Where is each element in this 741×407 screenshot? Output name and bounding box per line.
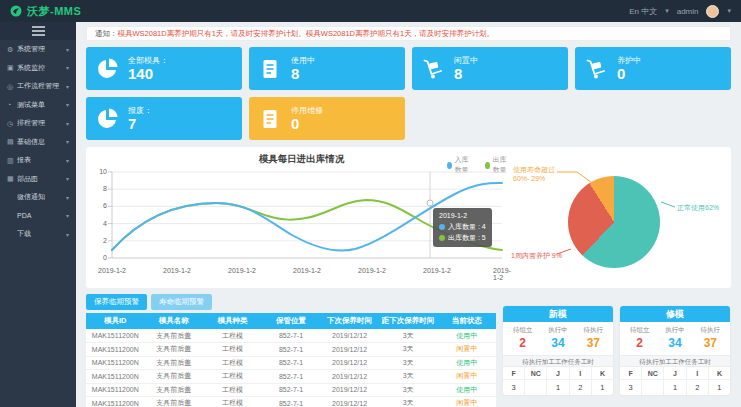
- table-cell: MAK1511200N: [86, 370, 145, 384]
- sidebar-item-label: 测试菜单: [17, 100, 66, 110]
- stat-card-title: 全部模具：: [128, 55, 168, 66]
- x-axis-tick: 2019-1-2: [423, 267, 451, 274]
- table-cell: 2019/12/12: [320, 370, 379, 384]
- panel-stat: 待执行37: [576, 326, 611, 350]
- work-hours-column: F3: [503, 367, 525, 395]
- work-hours-column: NC: [642, 367, 664, 395]
- line-plot[interactable]: 0246810 2019-1-2 入库数量 : 4出库数量 : 5: [92, 166, 511, 267]
- tab-maintenance-warning[interactable]: 保养临期预警: [86, 294, 147, 310]
- mold-panel-修模: 修模待组立2执行中34待执行37待执行加工工作任务工时F3NCJ1I2K1: [620, 306, 730, 395]
- sidebar-item-wechat-notify[interactable]: 微信通知▾: [0, 188, 76, 207]
- table-header-cell: 保管位置: [262, 313, 321, 329]
- table-header-cell: 模具种类: [203, 313, 262, 329]
- panel-stat: 待组立2: [505, 326, 540, 350]
- chevron-down-icon: ▾: [66, 231, 69, 238]
- panel-stat: 执行中34: [540, 326, 575, 350]
- pie-slice-label: 1周内需养护 9%: [511, 251, 562, 260]
- chevron-down-icon: ▾: [66, 157, 69, 164]
- stat-card-value: 7: [128, 116, 152, 133]
- sidebar-item-monitor[interactable]: ▣系统监控▾: [0, 59, 76, 78]
- stat-card: 使用中8: [249, 47, 405, 90]
- work-hours-header: F: [620, 367, 641, 380]
- warning-table: 模具ID模具名称模具种类保管位置下次保养时间距下次保养时间当前状态 MAK151…: [86, 313, 496, 407]
- chevron-down-icon: ▾: [66, 83, 69, 90]
- panel-stat-label: 执行中: [540, 326, 575, 335]
- stat-card-title: 报废：: [128, 105, 152, 116]
- table-cell: 支具前后盖: [145, 370, 204, 384]
- sidebar-item-report[interactable]: ▥报表▾: [0, 151, 76, 170]
- avatar[interactable]: [706, 5, 719, 18]
- table-cell: 3天: [379, 383, 438, 397]
- work-hours-value: 1: [547, 380, 568, 395]
- table-cell: 2019/12/12: [320, 356, 379, 370]
- report-icon: ▥: [7, 157, 17, 164]
- table-cell: MAK1511200N: [86, 397, 145, 407]
- status-badge: 闲置中: [437, 370, 496, 384]
- panel-stat: 执行中34: [657, 326, 692, 350]
- panel-stat-label: 待组立: [622, 326, 657, 335]
- work-hours-column: I2: [570, 367, 592, 395]
- stat-cards: 全部模具：140使用中8闲置中8养护中0报废：7停用维修0: [86, 47, 731, 140]
- stat-card-value: 140: [128, 66, 168, 83]
- table-cell: 852-7-1: [262, 383, 321, 397]
- sidebar-item-label: 系统监控: [17, 63, 66, 73]
- app-logo[interactable]: 沃梦-MMS: [10, 4, 81, 19]
- table-cell: 852-7-1: [262, 343, 321, 357]
- panel-stat-value: 34: [540, 336, 575, 350]
- work-hours-column: F3: [620, 367, 642, 395]
- table-cell: 2019/12/12: [320, 383, 379, 397]
- language-switch[interactable]: En 中文: [629, 6, 657, 17]
- table-row: MAK1511200N支具前后盖工程模852-7-12019/12/123天使用…: [86, 356, 496, 370]
- top-header: 沃梦-MMS En 中文 ▾ admin ▾: [0, 0, 741, 22]
- work-hours-value: [525, 380, 546, 395]
- chevron-down-icon: ▾: [66, 194, 69, 201]
- table-cell: 工程模: [203, 356, 262, 370]
- panel-stat-label: 待执行: [693, 326, 728, 335]
- table-cell: 3天: [379, 356, 438, 370]
- table-row: MAK1511200N支具前后盖工程模852-7-12019/12/123天闲置…: [86, 343, 496, 357]
- panel-stat-label: 待组立: [505, 326, 540, 335]
- sidebar-item-basic-info[interactable]: ▤基础信息▾: [0, 133, 76, 152]
- table-cell: 工程模: [203, 329, 262, 343]
- work-hours-header: F: [503, 367, 524, 380]
- mold-panels: 新模待组立2执行中34待执行37待执行加工工作任务工时F3NCJ1I2K1修模待…: [503, 294, 730, 395]
- panel-stat: 待组立2: [622, 326, 657, 350]
- status-badge: 闲置中: [437, 397, 496, 407]
- x-axis-tick: 2019-1-2: [163, 267, 191, 274]
- y-axis-tick: 4: [92, 220, 107, 227]
- sidebar: ⚙系统管理▾▣系统监控▾◎工作流程管理▾◔测试菜单▾◷排程管理▾▤基础信息▾▥报…: [0, 22, 76, 407]
- status-badge: 使用中: [437, 329, 496, 343]
- table-cell: 工程模: [203, 370, 262, 384]
- sidebar-item-schedule[interactable]: ◷排程管理▾: [0, 114, 76, 133]
- sidebar-item-label: 部品图: [17, 174, 66, 184]
- x-axis-tick: 2019-1-2: [493, 267, 511, 281]
- table-header-cell: 当前状态: [437, 313, 496, 329]
- panel-band-label: 待执行加工工作任务工时: [620, 355, 730, 367]
- work-hours-value: 2: [570, 380, 591, 395]
- sidebar-item-label: 基础信息: [17, 137, 66, 147]
- chart-panel: 模具每日进出库情况 入库数量出库数量 0246810 2019-1-2 入库数量…: [86, 147, 731, 288]
- username[interactable]: admin: [677, 7, 699, 16]
- hover-marker: [427, 200, 433, 206]
- table-cell: 3天: [379, 397, 438, 407]
- table-cell: 工程模: [203, 397, 262, 407]
- table-cell: 2019/12/12: [320, 343, 379, 357]
- sidebar-item-gear[interactable]: ⚙系统管理▾: [0, 40, 76, 59]
- table-cell: 852-7-1: [262, 370, 321, 384]
- tab-lifespan-warning[interactable]: 寿命临期预警: [151, 294, 212, 310]
- sidebar-item-download[interactable]: 下载▾: [0, 225, 76, 244]
- sidebar-collapse-button[interactable]: [0, 22, 76, 40]
- status-badge: 闲置中: [437, 343, 496, 357]
- sidebar-item-pda[interactable]: PDA▾: [0, 207, 76, 226]
- chevron-down-icon: ▾: [66, 120, 69, 127]
- work-hours-column: K1: [592, 367, 613, 395]
- sidebar-item-label: 排程管理: [17, 118, 66, 128]
- table-cell: 2019/12/12: [320, 397, 379, 407]
- pie-slice-label: 使用寿命超过60%- 29%: [513, 165, 571, 183]
- y-axis-tick: 6: [92, 202, 107, 209]
- sidebar-item-test-menu[interactable]: ◔测试菜单▾: [0, 96, 76, 115]
- trolley-icon: [584, 57, 608, 81]
- x-axis-tick: 2019-1-2: [358, 267, 386, 274]
- sidebar-item-workflow[interactable]: ◎工作流程管理▾: [0, 77, 76, 96]
- sidebar-item-part-drawing[interactable]: ▦部品图▾: [0, 170, 76, 189]
